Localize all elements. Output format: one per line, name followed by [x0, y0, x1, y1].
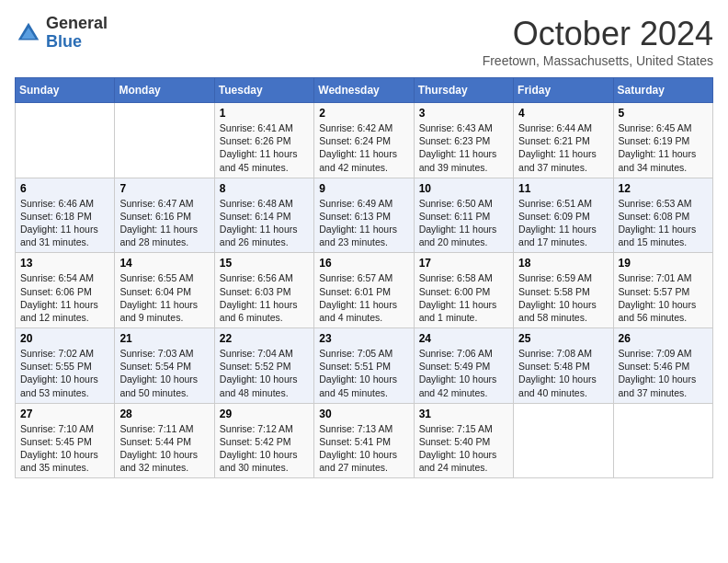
cell-content: Sunrise: 6:42 AMSunset: 6:24 PMDaylight:…	[319, 121, 408, 174]
calendar-cell: 10Sunrise: 6:50 AMSunset: 6:11 PMDayligh…	[414, 178, 513, 253]
calendar-cell: 20Sunrise: 7:02 AMSunset: 5:55 PMDayligh…	[16, 328, 115, 404]
header-cell-wednesday: Wednesday	[314, 78, 414, 103]
cell-content: Sunrise: 6:46 AMSunset: 6:18 PMDaylight:…	[20, 197, 109, 249]
day-number: 31	[419, 408, 508, 420]
cell-content: Sunrise: 6:59 AMSunset: 5:58 PMDaylight:…	[518, 271, 608, 324]
cell-content: Sunrise: 6:50 AMSunset: 6:11 PMDaylight:…	[419, 197, 508, 249]
day-number: 1	[220, 107, 309, 120]
calendar-cell	[16, 103, 115, 178]
calendar-cell: 16Sunrise: 6:57 AMSunset: 6:01 PMDayligh…	[314, 253, 414, 328]
calendar-cell: 5Sunrise: 6:45 AMSunset: 6:19 PMDaylight…	[613, 103, 712, 178]
cell-content: Sunrise: 7:01 AMSunset: 5:57 PMDaylight:…	[619, 271, 708, 324]
day-number: 15	[220, 257, 309, 270]
day-number: 4	[518, 107, 608, 120]
calendar-table: SundayMondayTuesdayWednesdayThursdayFrid…	[15, 77, 713, 478]
cell-content: Sunrise: 7:15 AMSunset: 5:40 PMDaylight:…	[419, 422, 508, 475]
header-cell-sunday: Sunday	[16, 78, 115, 103]
calendar-cell: 11Sunrise: 6:51 AMSunset: 6:09 PMDayligh…	[514, 178, 613, 253]
day-number: 2	[319, 107, 408, 120]
calendar-cell: 26Sunrise: 7:09 AMSunset: 5:46 PMDayligh…	[613, 328, 712, 404]
calendar-cell: 21Sunrise: 7:03 AMSunset: 5:54 PMDayligh…	[115, 328, 214, 404]
day-number: 17	[419, 257, 508, 270]
calendar-cell: 4Sunrise: 6:44 AMSunset: 6:21 PMDaylight…	[514, 103, 613, 178]
cell-content: Sunrise: 6:41 AMSunset: 6:26 PMDaylight:…	[220, 121, 309, 174]
location: Freetown, Massachusetts, United States	[483, 53, 713, 68]
header-cell-friday: Friday	[514, 78, 613, 103]
logo: General Blue	[15, 15, 108, 52]
cell-content: Sunrise: 6:47 AMSunset: 6:16 PMDaylight:…	[119, 197, 209, 249]
cell-content: Sunrise: 7:05 AMSunset: 5:51 PMDaylight:…	[319, 347, 408, 399]
calendar-cell: 24Sunrise: 7:06 AMSunset: 5:49 PMDayligh…	[414, 328, 513, 404]
day-number: 26	[619, 332, 708, 345]
header-cell-monday: Monday	[115, 78, 214, 103]
cell-content: Sunrise: 7:02 AMSunset: 5:55 PMDaylight:…	[20, 347, 109, 399]
day-number: 6	[20, 182, 109, 195]
cell-content: Sunrise: 6:53 AMSunset: 6:08 PMDaylight:…	[619, 197, 708, 249]
calendar-cell	[514, 403, 613, 478]
cell-content: Sunrise: 6:44 AMSunset: 6:21 PMDaylight:…	[518, 121, 608, 174]
day-number: 10	[419, 182, 508, 195]
day-number: 28	[119, 408, 209, 420]
cell-content: Sunrise: 6:45 AMSunset: 6:19 PMDaylight:…	[619, 121, 708, 174]
calendar-cell	[115, 103, 214, 178]
day-number: 21	[119, 332, 209, 345]
calendar-cell: 13Sunrise: 6:54 AMSunset: 6:06 PMDayligh…	[16, 253, 115, 328]
calendar-cell: 7Sunrise: 6:47 AMSunset: 6:16 PMDaylight…	[115, 178, 214, 253]
cell-content: Sunrise: 6:54 AMSunset: 6:06 PMDaylight:…	[20, 271, 109, 324]
logo-text: General Blue	[46, 15, 108, 52]
logo-icon	[15, 19, 42, 47]
calendar-cell: 2Sunrise: 6:42 AMSunset: 6:24 PMDaylight…	[314, 103, 414, 178]
cell-content: Sunrise: 6:55 AMSunset: 6:04 PMDaylight:…	[119, 271, 209, 324]
calendar-cell: 3Sunrise: 6:43 AMSunset: 6:23 PMDaylight…	[414, 103, 513, 178]
cell-content: Sunrise: 6:51 AMSunset: 6:09 PMDaylight:…	[518, 197, 608, 249]
day-number: 16	[319, 257, 408, 270]
day-number: 19	[619, 257, 708, 270]
week-row-3: 20Sunrise: 7:02 AMSunset: 5:55 PMDayligh…	[16, 328, 713, 404]
calendar-cell: 18Sunrise: 6:59 AMSunset: 5:58 PMDayligh…	[514, 253, 613, 328]
title-block: October 2024 Freetown, Massachusetts, Un…	[483, 15, 713, 68]
day-number: 18	[518, 257, 608, 270]
calendar-cell: 8Sunrise: 6:48 AMSunset: 6:14 PMDaylight…	[214, 178, 313, 253]
calendar-cell: 12Sunrise: 6:53 AMSunset: 6:08 PMDayligh…	[613, 178, 712, 253]
calendar-cell	[613, 403, 712, 478]
day-number: 5	[619, 107, 708, 120]
day-number: 12	[619, 182, 708, 195]
day-number: 9	[319, 182, 408, 195]
cell-content: Sunrise: 7:13 AMSunset: 5:41 PMDaylight:…	[319, 422, 408, 475]
calendar-cell: 1Sunrise: 6:41 AMSunset: 6:26 PMDaylight…	[214, 103, 313, 178]
day-number: 3	[419, 107, 508, 120]
cell-content: Sunrise: 6:49 AMSunset: 6:13 PMDaylight:…	[319, 197, 408, 249]
day-number: 30	[319, 408, 408, 420]
calendar-cell: 27Sunrise: 7:10 AMSunset: 5:45 PMDayligh…	[16, 403, 115, 478]
logo-general: General	[46, 14, 108, 32]
day-number: 25	[518, 332, 608, 345]
day-number: 24	[419, 332, 508, 345]
day-number: 23	[319, 332, 408, 345]
month-title: October 2024	[483, 15, 713, 53]
calendar-cell: 6Sunrise: 6:46 AMSunset: 6:18 PMDaylight…	[16, 178, 115, 253]
cell-content: Sunrise: 7:12 AMSunset: 5:42 PMDaylight:…	[220, 422, 309, 475]
header-cell-tuesday: Tuesday	[214, 78, 313, 103]
day-number: 14	[119, 257, 209, 270]
week-row-0: 1Sunrise: 6:41 AMSunset: 6:26 PMDaylight…	[16, 103, 713, 178]
cell-content: Sunrise: 7:03 AMSunset: 5:54 PMDaylight:…	[119, 347, 209, 399]
cell-content: Sunrise: 6:48 AMSunset: 6:14 PMDaylight:…	[220, 197, 309, 249]
calendar-cell: 30Sunrise: 7:13 AMSunset: 5:41 PMDayligh…	[314, 403, 414, 478]
day-number: 7	[119, 182, 209, 195]
day-number: 20	[20, 332, 109, 345]
calendar-cell: 19Sunrise: 7:01 AMSunset: 5:57 PMDayligh…	[613, 253, 712, 328]
calendar-cell: 17Sunrise: 6:58 AMSunset: 6:00 PMDayligh…	[414, 253, 513, 328]
day-number: 22	[220, 332, 309, 345]
logo-blue: Blue	[46, 32, 82, 51]
calendar-cell: 15Sunrise: 6:56 AMSunset: 6:03 PMDayligh…	[214, 253, 313, 328]
week-row-1: 6Sunrise: 6:46 AMSunset: 6:18 PMDaylight…	[16, 178, 713, 253]
calendar-cell: 25Sunrise: 7:08 AMSunset: 5:48 PMDayligh…	[514, 328, 613, 404]
cell-content: Sunrise: 6:56 AMSunset: 6:03 PMDaylight:…	[220, 271, 309, 324]
page-header: General Blue October 2024 Freetown, Mass…	[15, 15, 713, 68]
day-number: 27	[20, 408, 109, 420]
cell-content: Sunrise: 7:11 AMSunset: 5:44 PMDaylight:…	[119, 422, 209, 475]
day-number: 11	[518, 182, 608, 195]
calendar-cell: 28Sunrise: 7:11 AMSunset: 5:44 PMDayligh…	[115, 403, 214, 478]
cell-content: Sunrise: 7:10 AMSunset: 5:45 PMDaylight:…	[20, 422, 109, 475]
calendar-cell: 23Sunrise: 7:05 AMSunset: 5:51 PMDayligh…	[314, 328, 414, 404]
